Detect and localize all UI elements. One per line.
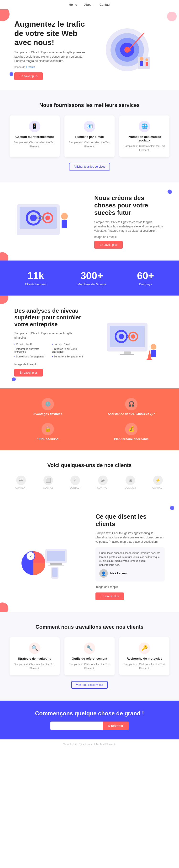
hero-illustration xyxy=(90,24,165,76)
features-section: ⚙️ Avantages flexibles 🎧 Assistance dédi… xyxy=(0,389,179,450)
create-description: Sample text. Click to Egestas egestas fr… xyxy=(94,220,165,233)
svg-point-17 xyxy=(45,216,50,220)
svg-point-19 xyxy=(61,213,68,220)
testimonial-cta-button[interactable]: En savoir plus xyxy=(96,592,124,600)
testimonial-content: Ce que disent les clients Sample text. C… xyxy=(96,513,165,600)
client-logo-4: ⊞ CONTACT xyxy=(125,475,136,489)
cta-subscribe-button[interactable]: S'abonner xyxy=(103,721,128,730)
testimonial-author: 👤 Nick Larson xyxy=(99,569,161,578)
services-section: Nous fournissons les meilleurs services … xyxy=(0,90,179,182)
blob-testimonial-left xyxy=(0,602,8,612)
svg-rect-33 xyxy=(151,350,156,357)
feature-icon-1: 🎧 xyxy=(125,398,137,410)
analytics-cta-button[interactable]: En savoir plus xyxy=(14,369,43,376)
svg-rect-28 xyxy=(120,354,134,355)
service-icon-1: 📧 xyxy=(84,121,95,132)
nav-about[interactable]: About xyxy=(84,3,92,6)
client-logo-name-0: CONTENT xyxy=(15,487,27,489)
client-logo-3: ◉ CONTACT xyxy=(97,475,109,489)
testimonial-description: Sample text. Click to Egestas egestas fr… xyxy=(96,531,165,544)
testimonial-credit: Image de Freepik xyxy=(96,585,165,589)
client-logo-icon-3: ◉ xyxy=(98,475,108,485)
services-grid: 📱 Gestion du référencement Sample text. … xyxy=(9,116,170,157)
create-illustration xyxy=(14,197,85,246)
how-text-2: Sample text. Click to select the Text El… xyxy=(124,662,165,670)
client-logo-name-2: CONTACT xyxy=(70,487,81,489)
nav-contact[interactable]: Contact xyxy=(100,3,110,6)
svg-rect-40 xyxy=(48,565,65,565)
feature-title-2: 100% sécurisé xyxy=(37,437,58,441)
how-card-1: 🔧 Outils de référencement Sample text. C… xyxy=(65,637,114,675)
svg-point-15 xyxy=(30,215,37,221)
svg-rect-20 xyxy=(61,220,67,228)
client-logo-icon-5: ⚡ xyxy=(153,475,163,485)
clients-heading: Voici quelques-uns de nos clients xyxy=(9,462,170,468)
service-title-2: Promotion des médias sociaux xyxy=(124,135,165,142)
stat-2: 60+ Des pays xyxy=(137,270,154,286)
how-title-2: Recherche de mots-clés xyxy=(124,657,165,660)
client-logo-name-1: COMPAS xyxy=(43,487,53,489)
service-title-0: Gestion du référencement xyxy=(14,135,55,138)
cta-email-input[interactable] xyxy=(50,721,103,730)
analytics-bullet-2: Intégrez-le sur votre entreprise xyxy=(14,347,47,353)
clients-section: Voici quelques-uns de nos clients ◎ CONT… xyxy=(0,450,179,501)
nav-home[interactable]: Home xyxy=(69,3,77,6)
stat-number-0: 11k xyxy=(25,270,47,281)
service-icon-2: 🌐 xyxy=(139,121,150,132)
hero-title: Augmentez le trafic de votre site Web av… xyxy=(14,20,90,47)
avatar: 👤 xyxy=(99,569,108,578)
service-text-2: Sample text. Click to select the Text El… xyxy=(124,144,165,152)
feature-title-3: Plan tarifaire abordable xyxy=(114,437,149,441)
how-card-0: 🔍 Stratégie de marketing Sample text. Cl… xyxy=(9,637,60,675)
client-logo-1: ⬜ COMPAS xyxy=(43,475,53,489)
analytics-section: Des analyses de niveau supérieur pour co… xyxy=(0,296,179,389)
create-credit: Image de Freepik xyxy=(94,235,165,239)
create-heading: Nous créons des choses pour votre succès… xyxy=(94,194,165,217)
stat-0: 11k Clients heureux xyxy=(25,270,47,286)
testimonial-quote-box: Quam lacus suspendisse faucibus interdum… xyxy=(96,547,165,582)
blob-analytics-top xyxy=(0,296,8,304)
analytics-credit: Image de Freepik xyxy=(14,362,85,367)
svg-point-32 xyxy=(151,344,156,349)
feature-item-0: ⚙️ Avantages flexibles xyxy=(9,398,86,416)
analytics-bullets: Prendre l'outil Prendre l'outil Intégrez… xyxy=(14,342,85,359)
service-card-0: 📱 Gestion du référencement Sample text. … xyxy=(9,116,60,157)
stat-label-0: Clients heureux xyxy=(25,282,47,286)
how-section: Comment nous travaillons avec nos client… xyxy=(0,612,179,701)
create-cta-button[interactable]: En savoir plus xyxy=(94,241,123,249)
how-grid: 🔍 Stratégie de marketing Sample text. Cl… xyxy=(9,637,170,675)
hero-content: Augmentez le trafic de votre site Web av… xyxy=(14,20,90,80)
feature-item-3: 💰 Plan tarifaire abordable xyxy=(93,423,170,441)
analytics-heading: Des analyses de niveau supérieur pour co… xyxy=(14,307,85,328)
services-cta-button[interactable]: Afficher tous les services xyxy=(69,163,110,170)
how-text-0: Sample text. Click to select the Text El… xyxy=(14,662,55,670)
svg-marker-30 xyxy=(148,349,151,359)
client-logo-icon-4: ⊞ xyxy=(126,475,135,485)
service-text-1: Sample text. Click to select the Text El… xyxy=(69,141,110,148)
svg-rect-42 xyxy=(52,568,57,577)
how-cta-button[interactable]: Voir tous les services xyxy=(71,681,108,689)
how-heading: Comment nous travaillons avec nos client… xyxy=(9,624,170,630)
cta-bottom-section: Commençons quelque chose de grand ! S'ab… xyxy=(0,701,179,739)
client-logo-icon-2: ✓ xyxy=(70,475,80,485)
client-logo-name-3: CONTACT xyxy=(97,487,109,489)
service-card-2: 🌐 Promotion des médias sociaux Sample te… xyxy=(119,116,170,157)
create-content: Nous créons des choses pour votre succès… xyxy=(94,194,165,249)
svg-rect-13 xyxy=(20,207,57,228)
svg-rect-39 xyxy=(50,563,62,565)
hero-cta-button[interactable]: En savoir plus xyxy=(14,72,43,80)
stat-number-2: 60+ xyxy=(137,270,154,281)
how-icon-0: 🔍 xyxy=(29,643,40,654)
feature-icon-0: ⚙️ xyxy=(42,398,54,410)
clients-logos: ◎ CONTENT ⬜ COMPAS ✓ CONTACT ◉ CONTACT ⊞… xyxy=(9,475,170,489)
hero-section: Augmentez le trafic de votre site Web av… xyxy=(0,9,179,90)
analytics-description: Sample text. Click to Egestas egestas fr… xyxy=(14,331,85,340)
how-card-2: 🔑 Recherche de mots-clés Sample text. Cl… xyxy=(119,637,170,675)
cta-form: S'abonner xyxy=(9,721,170,730)
feature-title-1: Assistance dédiée 24h/24 et 7j/7 xyxy=(108,412,155,416)
client-logo-name-4: CONTACT xyxy=(125,487,136,489)
feature-item-2: 🔒 100% sécurisé xyxy=(9,423,86,441)
svg-rect-9 xyxy=(140,61,143,66)
service-icon-0: 📱 xyxy=(29,121,40,132)
blob-create-right xyxy=(168,190,172,194)
